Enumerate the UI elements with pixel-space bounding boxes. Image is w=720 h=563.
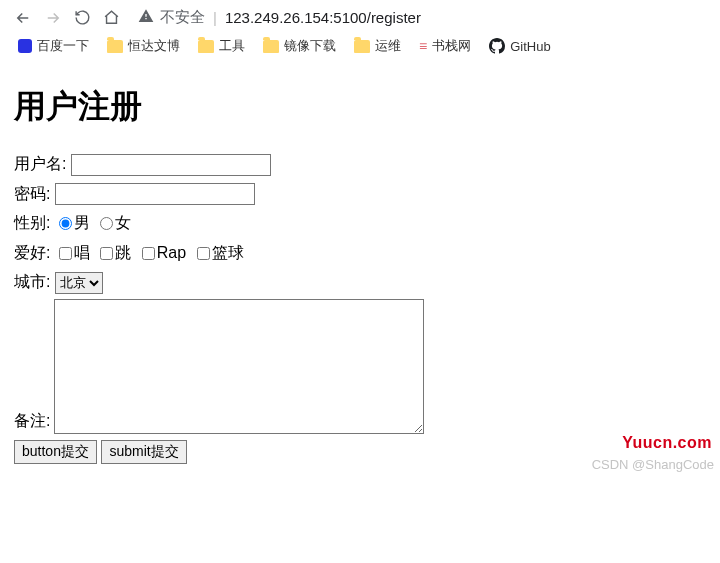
option-rap: Rap: [157, 244, 186, 261]
watermark-site: Yuucn.com: [622, 434, 712, 452]
row-remark: 备注:: [14, 299, 706, 434]
bookmark-tools[interactable]: 工具: [198, 37, 245, 55]
browser-toolbar: 不安全 | 123.249.26.154:5100/register: [0, 0, 720, 31]
forward-icon: [44, 9, 62, 27]
bookmark-hengda[interactable]: 恒达文博: [107, 37, 180, 55]
checkbox-rap[interactable]: [142, 247, 155, 260]
bookmark-github[interactable]: GitHub: [489, 38, 550, 54]
label-username: 用户名:: [14, 155, 66, 172]
password-input[interactable]: [55, 183, 255, 205]
reload-icon[interactable]: [74, 9, 91, 26]
folder-icon: [198, 40, 214, 53]
folder-icon: [263, 40, 279, 53]
button-submit[interactable]: button提交: [14, 440, 97, 464]
option-basketball: 篮球: [212, 244, 244, 261]
url-text: 123.249.26.154:5100/register: [225, 9, 421, 26]
checkbox-basketball[interactable]: [197, 247, 210, 260]
username-input[interactable]: [71, 154, 271, 176]
folder-icon: [107, 40, 123, 53]
radio-male[interactable]: [59, 217, 72, 230]
label-city: 城市:: [14, 273, 50, 290]
bookmark-bookstack[interactable]: ≡ 书栈网: [419, 37, 471, 55]
row-password: 密码:: [14, 181, 706, 207]
submit-button[interactable]: submit提交: [101, 440, 186, 464]
option-dance: 跳: [115, 244, 131, 261]
label-gender: 性别:: [14, 214, 50, 231]
insecure-warning-icon: [138, 8, 154, 27]
row-hobby: 爱好: 唱 跳 Rap 篮球: [14, 240, 706, 266]
bookmark-baidu[interactable]: 百度一下: [18, 37, 89, 55]
address-bar[interactable]: 不安全 | 123.249.26.154:5100/register: [132, 8, 706, 27]
option-sing: 唱: [74, 244, 90, 261]
label-hobby: 爱好:: [14, 244, 50, 261]
page-body: 用户注册 用户名: 密码: 性别: 男 女 爱好: 唱 跳 Rap 篮球 城市:…: [0, 65, 720, 474]
github-icon: [489, 38, 505, 54]
back-icon[interactable]: [14, 9, 32, 27]
option-male: 男: [74, 214, 90, 231]
city-select[interactable]: 北京: [55, 272, 103, 294]
option-female: 女: [115, 214, 131, 231]
home-icon[interactable]: [103, 9, 120, 26]
label-password: 密码:: [14, 185, 50, 202]
row-username: 用户名:: [14, 151, 706, 177]
row-gender: 性别: 男 女: [14, 210, 706, 236]
page-title: 用户注册: [14, 85, 706, 129]
bookmark-ops[interactable]: 运维: [354, 37, 401, 55]
label-remark: 备注:: [14, 408, 50, 434]
separator: |: [213, 9, 217, 26]
folder-icon: [354, 40, 370, 53]
insecure-label: 不安全: [160, 8, 205, 27]
remark-textarea[interactable]: [54, 299, 424, 434]
bookstack-icon: ≡: [419, 38, 427, 54]
watermark-author: CSDN @ShangCode: [592, 457, 714, 472]
baidu-icon: [18, 39, 32, 53]
row-city: 城市: 北京: [14, 269, 706, 295]
checkbox-sing[interactable]: [59, 247, 72, 260]
radio-female[interactable]: [100, 217, 113, 230]
checkbox-dance[interactable]: [100, 247, 113, 260]
bookmark-mirrors[interactable]: 镜像下载: [263, 37, 336, 55]
bookmarks-bar: 百度一下 恒达文博 工具 镜像下载 运维 ≡ 书栈网 GitHub: [0, 31, 720, 65]
